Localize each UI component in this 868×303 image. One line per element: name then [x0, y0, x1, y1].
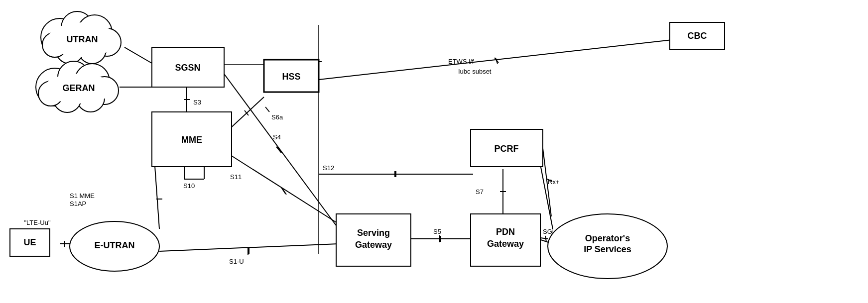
geran-node: GERAN: [36, 61, 119, 112]
s4-label: S4: [273, 133, 281, 141]
s12-label: S12: [323, 164, 334, 172]
serving-gateway-label2: Gateway: [355, 240, 392, 250]
s3-label: S3: [193, 99, 201, 106]
s1u-label: S1-U: [229, 258, 244, 265]
eutran-label: E-UTRAN: [95, 240, 135, 250]
svg-line-15: [229, 154, 339, 224]
pdn-gateway-label1: PDN: [496, 227, 515, 237]
pdn-gateway-label2: Gateway: [487, 239, 524, 249]
svg-line-2: [154, 159, 159, 229]
sgsn-label: SGSN: [175, 63, 200, 73]
architecture-diagram: UE E-UTRAN UTRAN GERAN: [0, 0, 868, 303]
hss-label: HSS: [282, 72, 300, 82]
rx-plus-label: Rx+: [548, 178, 559, 186]
svg-line-59: [540, 238, 548, 239]
s7-label: S7: [476, 188, 484, 196]
geran-label: GERAN: [62, 83, 95, 93]
operator-ip-label1: Operator's: [585, 233, 630, 243]
cbc-label: CBC: [688, 31, 707, 41]
iubc-label: Iubc subset: [458, 68, 492, 75]
pcrf-label: PCRF: [495, 144, 519, 154]
utran-node: UTRAN: [41, 11, 121, 64]
s5-label: S5: [433, 228, 441, 235]
s10-label: S10: [183, 182, 195, 190]
ue-label: UE: [23, 237, 36, 247]
s11-label: S11: [230, 173, 242, 181]
operator-ip-label2: IP Services: [584, 244, 631, 254]
etws-label: ETWS i/f: [448, 58, 474, 65]
utran-label: UTRAN: [67, 34, 98, 44]
svg-line-48: [265, 107, 269, 112]
serving-gateway-label1: Serving: [357, 228, 390, 238]
sgi-label: SGi: [543, 228, 554, 235]
s1ap-label: S1AP: [70, 200, 86, 207]
s6a-label: S6a: [271, 113, 283, 121]
s1-mme-label: S1 MME: [70, 192, 95, 200]
svg-line-6: [124, 47, 154, 65]
lte-uu-label: "LTE-Uu": [24, 219, 50, 226]
mme-label: MME: [181, 135, 202, 145]
